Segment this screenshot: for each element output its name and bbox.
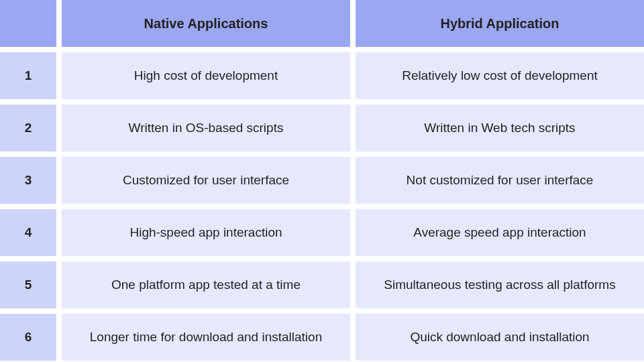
- row-hybrid: Simultaneous testing across all platform…: [356, 261, 644, 308]
- row-index: 6: [0, 314, 56, 361]
- row-hybrid: Average speed app interaction: [356, 209, 644, 256]
- row-native: High-speed app interaction: [62, 209, 350, 256]
- comparison-table: Native Applications Hybrid Application 1…: [0, 0, 644, 362]
- row-native: High cost of development: [62, 52, 350, 99]
- header-native: Native Applications: [62, 0, 350, 47]
- row-index: 2: [0, 105, 56, 152]
- header-hybrid: Hybrid Application: [356, 0, 644, 47]
- header-corner: [0, 0, 56, 47]
- row-hybrid: Not customized for user interface: [356, 157, 644, 204]
- row-index: 5: [0, 261, 56, 308]
- row-native: Written in OS-based scripts: [62, 105, 350, 152]
- row-hybrid: Quick download and installation: [356, 314, 644, 361]
- row-native: Customized for user interface: [62, 157, 350, 204]
- row-hybrid: Written in Web tech scripts: [356, 105, 644, 152]
- row-native: Longer time for download and installatio…: [62, 314, 350, 361]
- row-index: 1: [0, 52, 56, 99]
- row-hybrid: Relatively low cost of development: [356, 52, 644, 99]
- row-index: 3: [0, 157, 56, 204]
- row-index: 4: [0, 209, 56, 256]
- row-native: One platform app tested at a time: [62, 261, 350, 308]
